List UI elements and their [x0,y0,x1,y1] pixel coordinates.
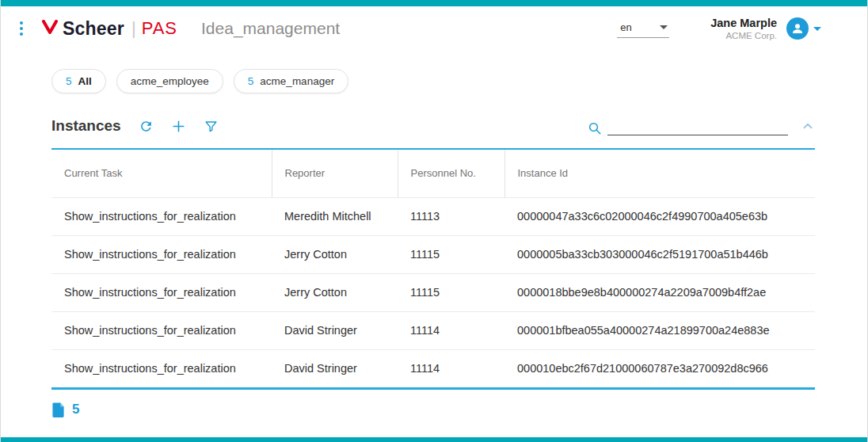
column-header[interactable]: Reporter [272,149,398,198]
user-menu-chevron-icon[interactable] [813,27,821,31]
table-cell: David Stringer [272,311,398,349]
chip-label: acme_employee [131,75,209,87]
table-cell: 000010ebc2f67d21000060787e3a270092d8c966 [504,349,815,388]
table-cell: Show_instructions_for_realization [51,273,272,311]
page-title: Idea_management [201,19,340,38]
table-cell: 00000047a33c6c02000046c2f4990700a405e63b [504,197,815,235]
bottom-accent-bar [1,437,867,442]
table-cell: Meredith Mitchell [272,197,398,235]
table-cell: 11113 [398,197,504,235]
instances-toolbar: Instances [51,117,815,135]
table-cell: Show_instructions_for_realization [51,235,272,273]
table-cell: 000001bfbea055a40000274a21899700a24e883e [504,311,815,349]
table-row[interactable]: Show_instructions_for_realizationMeredit… [51,197,815,235]
filter-chips: 5 All acme_employee 5 acme_manager [51,69,867,93]
chip-count: 5 [66,75,72,87]
search-box [588,117,788,135]
table-row[interactable]: Show_instructions_for_realizationDavid S… [51,349,815,388]
instances-table: Current TaskReporterPersonnel No.Instanc… [51,148,815,390]
table-cell: 11115 [398,273,504,311]
scheer-logo-mark-icon [42,20,58,37]
brand-separator: | [131,18,136,39]
table-cell: Show_instructions_for_realization [51,197,272,235]
brand-scheer-text: Scheer [63,18,124,40]
user-info: Jane Marple ACME Corp. [710,16,777,42]
filter-icon[interactable] [204,119,219,134]
app-window: Scheer | PAS Idea_management en Jane Mar… [0,0,868,442]
table-cell: Show_instructions_for_realization [51,311,272,349]
user-name: Jane Marple [710,16,777,30]
chip-all[interactable]: 5 All [51,69,106,93]
table-cell: Jerry Cotton [272,273,398,311]
table-header-row: Current TaskReporterPersonnel No.Instanc… [51,149,815,198]
chevron-down-icon [660,25,668,29]
chip-label: All [78,75,92,87]
brand-logo: Scheer | PAS [42,18,177,40]
table-cell: David Stringer [272,349,398,388]
chip-label: acme_manager [260,75,334,87]
column-header[interactable]: Personnel No. [398,149,504,198]
language-select[interactable]: en [617,20,669,38]
column-header[interactable]: Instance Id [504,149,815,198]
result-count-value: 5 [72,402,79,417]
menu-kebab-icon[interactable] [17,18,26,39]
top-accent-bar [1,0,867,6]
search-icon [588,121,602,135]
search-input[interactable] [607,117,788,135]
table-row[interactable]: Show_instructions_for_realizationDavid S… [51,311,815,349]
table-row[interactable]: Show_instructions_for_realizationJerry C… [51,235,815,273]
refresh-icon[interactable] [139,119,154,134]
chip-count: 5 [248,75,254,87]
language-value: en [620,21,631,33]
person-icon [790,21,805,36]
add-icon[interactable] [171,119,186,134]
chip-acme-employee[interactable]: acme_employee [116,69,223,93]
pages-icon [51,402,65,417]
table-cell: 11114 [398,349,504,388]
table-row[interactable]: Show_instructions_for_realizationJerry C… [51,273,815,311]
table-cell: 11114 [398,311,504,349]
avatar[interactable] [786,17,809,40]
table-cell: Show_instructions_for_realization [51,349,272,388]
user-company: ACME Corp. [710,30,777,41]
chip-acme-manager[interactable]: 5 acme_manager [234,69,348,93]
table-cell: 0000018bbe9e8b400000274a2209a7009b4ff2ae [504,273,815,311]
table-body: Show_instructions_for_realizationMeredit… [51,197,815,388]
column-header[interactable]: Current Task [51,149,272,198]
table-cell: 11115 [398,235,504,273]
section-title: Instances [51,117,121,135]
collapse-chevron-icon[interactable] [801,119,815,133]
brand-pas-text: PAS [142,18,177,39]
table-cell: Jerry Cotton [272,235,398,273]
table-cell: 0000005ba33cb303000046c2f5191700a51b446b [504,235,815,273]
result-count: 5 [51,402,817,417]
